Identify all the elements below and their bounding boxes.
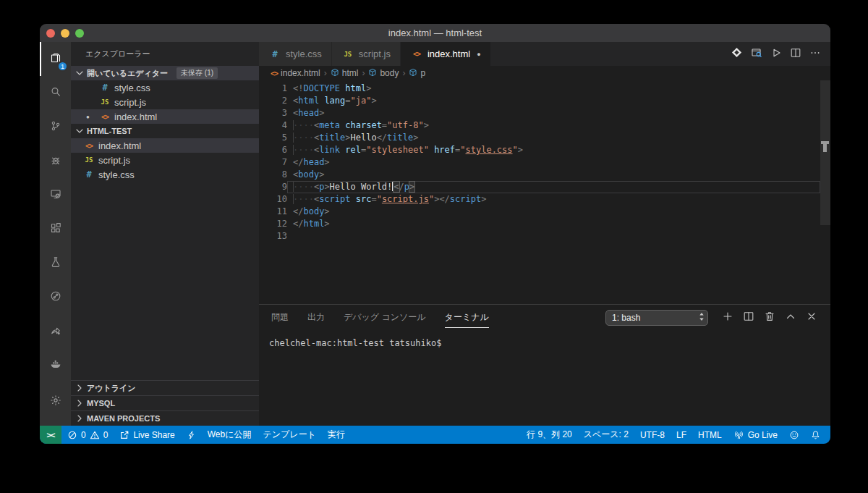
minimize-window-button[interactable] <box>61 29 69 38</box>
status-indentation[interactable]: スペース: 2 <box>578 426 634 444</box>
status-live-share[interactable]: Live Share <box>114 426 180 444</box>
panel-tab-ターミナル[interactable]: ターミナル <box>445 308 489 328</box>
sidebar-section-MYSQL[interactable]: MYSQL <box>71 395 259 410</box>
status-go-live[interactable]: Go Live <box>728 426 783 444</box>
activity-item-search[interactable] <box>40 76 71 110</box>
code-line-5[interactable]: 5····<title>Hello</title> <box>259 132 830 144</box>
remote-indicator[interactable]: >< <box>40 426 61 444</box>
preview-button[interactable] <box>746 44 766 64</box>
terminal-select[interactable]: 1: bash <box>605 310 708 326</box>
line-number: 2 <box>259 95 287 107</box>
activity-item-extensions[interactable] <box>40 212 71 246</box>
activity-item-test[interactable] <box>40 246 71 280</box>
breadcrumb-item-html[interactable]: html <box>331 68 359 79</box>
code-token: </ <box>377 132 387 143</box>
editor-scrollbar[interactable] <box>820 80 830 304</box>
sidebar-section-アウトライン[interactable]: アウトライン <box>71 380 259 395</box>
status-notifications[interactable] <box>805 426 826 444</box>
code-line-10[interactable]: 10····<script src="script.js"></script> <box>259 193 830 206</box>
new-terminal-button[interactable] <box>717 308 738 329</box>
tab-style.css[interactable]: #style.css <box>259 42 332 66</box>
code-token <box>351 194 356 204</box>
status-text: テンプレート <box>263 429 316 441</box>
status-feedback-smiley[interactable] <box>783 426 805 444</box>
status-template[interactable]: テンプレート <box>258 426 322 444</box>
code-line-11[interactable]: 11</body> <box>259 206 830 218</box>
more-actions-button[interactable] <box>805 44 825 64</box>
split-editor-button[interactable] <box>786 44 805 64</box>
panel-tab-デバッグ コンソール[interactable]: デバッグ コンソール <box>344 308 426 328</box>
open-editors-list: #style.cssJSscript.js●<>index.html <box>71 80 259 124</box>
code-token: ···· <box>293 194 314 204</box>
list-item-style.css[interactable]: #style.css <box>71 167 259 182</box>
kill-terminal-button[interactable] <box>759 308 780 329</box>
status-problems[interactable]: 00 <box>61 426 114 444</box>
status-encoding[interactable]: UTF-8 <box>634 426 671 444</box>
code-line-7[interactable]: 7</head> <box>259 156 830 169</box>
format-button[interactable] <box>727 44 746 64</box>
line-content: ····<meta charset="utf-8"> <box>287 119 830 132</box>
code-line-12[interactable]: 12</html> <box>259 218 830 230</box>
activity-item-remote-explorer[interactable] <box>40 178 71 212</box>
status-eol[interactable]: LF <box>671 426 692 444</box>
code-line-13[interactable]: 13 <box>259 230 830 243</box>
tab-label: index.html <box>427 49 470 59</box>
open-editors-header[interactable]: 開いているエディター 未保存 (1) <box>71 66 259 80</box>
terminal[interactable]: chelchel-mac:html-test tatsuhiko$ <box>259 331 830 426</box>
activity-item-share[interactable] <box>40 280 71 314</box>
sidebar-section-MAVEN PROJECTS[interactable]: MAVEN PROJECTS <box>71 410 259 426</box>
status-publish-web[interactable]: Webに公開 <box>202 426 258 444</box>
close-panel-button[interactable] <box>801 308 822 329</box>
status-language-mode[interactable]: HTML <box>692 426 728 444</box>
panel-tab-問題[interactable]: 問題 <box>271 308 289 328</box>
title-bar[interactable]: index.html — html-test <box>40 24 830 42</box>
status-text: UTF-8 <box>640 430 665 440</box>
code-line-2[interactable]: 2<html lang="ja"> <box>259 95 830 107</box>
line-content: <body> <box>287 169 830 181</box>
code-token: p <box>404 182 409 192</box>
line-content: <html lang="ja"> <box>287 95 830 107</box>
split-terminal-button[interactable] <box>738 308 759 329</box>
code-line-9[interactable]: 9····<p>Hello World!</p> <box>259 181 830 193</box>
split-editor-icon <box>790 47 801 62</box>
code-token: ···· <box>293 132 314 143</box>
close-window-button[interactable] <box>46 29 55 38</box>
list-item-script.js[interactable]: JSscript.js <box>71 153 259 167</box>
list-item-style.css[interactable]: #style.css <box>71 80 259 95</box>
activity-item-docker[interactable] <box>40 348 71 382</box>
activity-item-settings[interactable] <box>40 384 71 418</box>
tab-index.html[interactable]: <>index.html● <box>401 42 491 66</box>
tab-script.js[interactable]: JSscript.js <box>332 42 401 66</box>
code-token: > <box>324 182 329 192</box>
breadcrumb-item-p[interactable]: p <box>409 68 425 79</box>
line-number: 13 <box>259 230 287 243</box>
maximize-panel-button[interactable] <box>780 308 801 329</box>
list-item-script.js[interactable]: JSscript.js <box>71 95 259 109</box>
activity-item-explorer[interactable]: 1 <box>40 42 71 76</box>
panel-tab-出力[interactable]: 出力 <box>307 308 325 328</box>
scrollbar-thumb[interactable] <box>820 80 830 225</box>
run-button[interactable] <box>766 44 786 64</box>
zoom-window-button[interactable] <box>75 29 84 38</box>
line-content: <head> <box>287 107 830 119</box>
status-run-task[interactable]: 実行 <box>322 426 351 444</box>
code-line-1[interactable]: 1<!DOCTYPE html> <box>259 83 830 95</box>
list-item-index.html[interactable]: ●<>index.html <box>71 109 259 124</box>
status-cursor-position[interactable]: 行 9、列 20 <box>521 426 578 444</box>
test-icon <box>50 256 61 271</box>
folder-header[interactable]: HTML-TEST <box>71 124 259 138</box>
activity-item-debug[interactable] <box>40 144 71 178</box>
code-line-3[interactable]: 3<head> <box>259 107 830 119</box>
status-flash[interactable] <box>181 426 202 444</box>
sidebar-title: エクスプローラー <box>71 42 259 66</box>
list-item-index.html[interactable]: <>index.html <box>71 138 259 153</box>
breadcrumb-item-body[interactable]: body <box>368 68 399 79</box>
activity-item-source-control[interactable] <box>40 110 71 144</box>
code-line-8[interactable]: 8<body> <box>259 169 830 181</box>
code-line-4[interactable]: 4····<meta charset="utf-8"> <box>259 119 830 132</box>
code-editor[interactable]: 1<!DOCTYPE html>2<html lang="ja">3<head>… <box>259 80 830 304</box>
code-line-6[interactable]: 6····<link rel="stylesheet" href="style.… <box>259 144 830 156</box>
line-content: ····<script src="script.js"></script> <box>287 193 830 206</box>
breadcrumb-item-index.html[interactable]: <>index.html <box>271 68 320 78</box>
activity-item-feedback[interactable] <box>40 314 71 348</box>
